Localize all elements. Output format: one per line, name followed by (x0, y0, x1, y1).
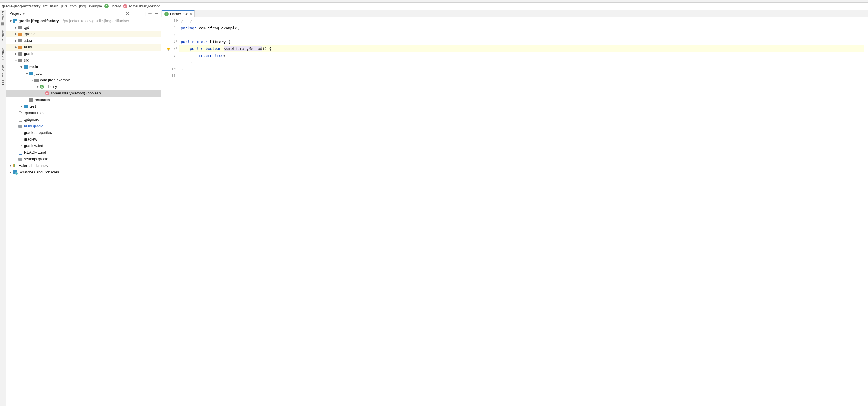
code-line[interactable]: return true; (179, 52, 864, 59)
tree-node[interactable]: .git (6, 24, 161, 31)
gutter-line[interactable]: 10 (161, 66, 179, 73)
code-line[interactable] (179, 31, 864, 38)
tree-node[interactable]: gradle.properties (6, 130, 161, 136)
tree-node-label: .gradle (24, 32, 35, 36)
code-line[interactable]: package com.jfrog.example; (179, 25, 864, 31)
tree-twisty-icon[interactable] (19, 105, 23, 108)
collapse-all-icon[interactable] (138, 11, 143, 16)
tree-twisty-icon[interactable] (8, 164, 12, 167)
expand-all-icon[interactable] (132, 11, 136, 16)
markdown-file-icon (19, 151, 22, 155)
tree-node[interactable]: gradlew.bat (6, 143, 161, 149)
folder-icon (18, 39, 23, 42)
file-icon (19, 138, 22, 141)
tree-node[interactable]: External Libraries (6, 162, 161, 169)
class-icon: C (104, 4, 108, 8)
project-pane-title-group[interactable]: Project (8, 11, 25, 15)
tree-node[interactable]: .gitattributes (6, 110, 161, 116)
code-line[interactable]: } (179, 59, 864, 66)
breadcrumb-item[interactable]: gradle-jfrog-artifactory (2, 4, 40, 8)
tree-node[interactable]: build.gradle (6, 123, 161, 130)
toolwindow-commit[interactable]: Commit (1, 48, 5, 60)
gutter-line[interactable]: 4 (161, 25, 179, 31)
tree-node[interactable]: settings.gradle (6, 156, 161, 162)
tree-node[interactable]: .gitignore (6, 116, 161, 123)
toolwindow-structure[interactable]: Structure (1, 30, 5, 44)
gutter-line[interactable]: 11 (161, 73, 179, 79)
tree-node-label: gradlew.bat (24, 144, 43, 148)
tree-twisty-icon[interactable] (25, 72, 29, 75)
editor-tab-label: Library.java (170, 12, 188, 16)
method-icon: m (123, 4, 127, 8)
hide-pane-icon[interactable] (154, 11, 159, 16)
tree-node[interactable]: gradle (6, 50, 161, 57)
gutter-line[interactable]: 5 (161, 31, 179, 38)
project-tree[interactable]: gradle-jfrog-artifactory~/project/arika.… (6, 17, 161, 406)
breadcrumb-item[interactable]: src (43, 4, 48, 8)
tree-twisty-icon[interactable] (35, 86, 39, 88)
fold-toggle-icon[interactable]: − (176, 40, 179, 42)
tree-node[interactable]: build (6, 44, 161, 50)
tree-node[interactable]: java (6, 70, 161, 77)
tree-node[interactable]: CLibrary (6, 83, 161, 90)
breadcrumb-item[interactable]: example (88, 4, 102, 8)
code-area[interactable]: /.../package com.jfrog.example;public cl… (179, 17, 864, 406)
fold-toggle-icon[interactable]: − (176, 47, 179, 49)
breadcrumb-item[interactable]: main (50, 4, 58, 8)
tree-node[interactable]: msomeLibraryMethod():boolean (6, 90, 161, 97)
breadcrumb-item[interactable]: msomeLibraryMethod (123, 4, 160, 8)
tree-node-label: build (24, 45, 32, 49)
tree-twisty-icon[interactable] (14, 59, 18, 62)
tree-node[interactable]: main (6, 64, 161, 70)
breadcrumb-item[interactable]: java (61, 4, 67, 8)
editor-gutter[interactable]: 1+456−7−891011 (161, 17, 179, 406)
tree-twisty-icon[interactable] (8, 20, 12, 23)
code-line[interactable]: /.../ (179, 18, 864, 25)
tree-node[interactable]: gradle-jfrog-artifactory~/project/arika.… (6, 18, 161, 24)
code-line[interactable]: public boolean someLibraryMethod() { (179, 45, 864, 52)
tree-node[interactable]: src (6, 57, 161, 64)
breadcrumb-label: com (70, 4, 76, 8)
code-line[interactable]: } (179, 66, 864, 73)
tree-twisty-icon[interactable] (30, 79, 34, 81)
breadcrumb-item[interactable]: CLibrary (104, 4, 121, 8)
close-tab-icon[interactable]: × (190, 12, 192, 16)
tree-twisty-icon[interactable] (14, 53, 18, 55)
tree-node[interactable]: gradlew (6, 136, 161, 143)
tree-node[interactable]: resources (6, 97, 161, 103)
tree-twisty-icon[interactable] (14, 39, 18, 42)
intention-bulb-icon[interactable] (166, 46, 170, 53)
tree-node-sublabel: ~/project/arika.dev/gradle-jfrog-artifac… (61, 19, 129, 23)
class-icon: C (40, 84, 44, 89)
gutter-line[interactable]: 1+ (161, 18, 179, 25)
tree-node[interactable]: com.jfrog.example (6, 77, 161, 83)
folder-icon (34, 79, 39, 82)
gutter-line[interactable]: 6− (161, 38, 179, 45)
tree-node[interactable]: .gradle (6, 31, 161, 37)
tree-node[interactable]: README.md (6, 149, 161, 156)
tree-twisty-icon[interactable] (14, 46, 18, 49)
dropdown-chevron-icon (23, 11, 25, 15)
code-line[interactable] (179, 73, 864, 79)
tree-twisty-icon[interactable] (14, 33, 18, 36)
locate-icon[interactable] (125, 11, 130, 16)
tree-twisty-icon[interactable] (14, 26, 18, 29)
gutter-line[interactable]: 9 (161, 59, 179, 66)
svg-point-3 (127, 13, 128, 14)
tree-node[interactable]: test (6, 103, 161, 110)
breadcrumb-item[interactable]: jfrog (79, 4, 86, 8)
project-icon (1, 23, 4, 25)
editor-tab-library[interactable]: C Library.java × (162, 10, 194, 17)
tree-twisty-icon[interactable] (8, 171, 12, 174)
toolwindow-pull-requests[interactable]: Pull Requests (1, 65, 5, 85)
tree-node[interactable]: .idea (6, 37, 161, 44)
breadcrumb-item[interactable]: com (70, 4, 76, 8)
class-icon: C (164, 12, 168, 16)
tree-twisty-icon[interactable] (19, 66, 23, 68)
folder-icon (29, 98, 33, 102)
toolwindow-project[interactable]: Project (1, 11, 5, 25)
fold-toggle-icon[interactable]: + (176, 19, 179, 22)
tree-node[interactable]: Scratches and Consoles (6, 169, 161, 175)
gear-settings-icon[interactable] (148, 11, 152, 16)
code-line[interactable]: public class Library { (179, 38, 864, 45)
